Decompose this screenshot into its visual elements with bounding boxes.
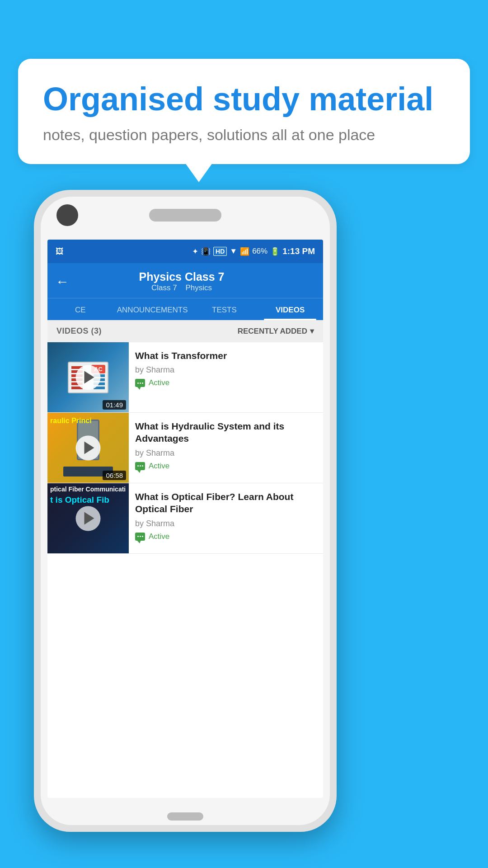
video-status-label-3: Active	[149, 532, 169, 541]
videos-header: VIDEOS (3) RECENTLY ADDED ▾	[47, 320, 323, 342]
play-triangle-icon-3	[84, 512, 94, 525]
hd-badge: HD	[213, 247, 227, 256]
speech-bubble-heading: Organised study material	[43, 81, 445, 117]
video-title-1: What is Transformer	[135, 349, 317, 362]
video-info-3: What is Optical Fiber? Learn About Optic…	[129, 483, 323, 553]
back-button[interactable]: ←	[56, 274, 69, 289]
speech-bubble-subtext: notes, question papers, solutions all at…	[43, 126, 445, 144]
phone-screen: 🖼 ✦ 📳 HD ▼ 📶 66% 🔋 1:13 PM ← Physics Cla	[47, 240, 323, 798]
video-title-2: What is Hydraulic System and its Advanta…	[135, 420, 317, 445]
signal-icon: 📶	[240, 247, 249, 256]
phone-home-button[interactable]	[167, 812, 203, 821]
video-thumb-2: raulic Princi 06:58	[47, 413, 129, 483]
video-title-3: What is Optical Fiber? Learn About Optic…	[135, 491, 317, 515]
video-status-label-2: Active	[149, 462, 169, 471]
video-author-2: by Sharma	[135, 448, 317, 458]
chat-icon-inner	[137, 382, 143, 384]
chat-dot	[140, 382, 141, 384]
video-item-optical[interactable]: ptical Fiber Communicati t is Optical Fi…	[47, 483, 323, 554]
tab-videos[interactable]: VIDEOS	[257, 298, 323, 320]
subtitle-class: Class 7	[151, 283, 177, 292]
battery-percent: 66%	[252, 247, 267, 256]
vibrate-icon: 📳	[201, 247, 211, 256]
chat-dot-3a	[137, 536, 139, 537]
video-duration-1: 01:49	[103, 400, 126, 410]
chat-icon-inner-3	[137, 536, 143, 537]
chat-dot-2c	[142, 465, 143, 467]
chat-dot	[137, 382, 139, 384]
phone-mockup: 🖼 ✦ 📳 HD ▼ 📶 66% 🔋 1:13 PM ← Physics Cla	[34, 190, 337, 832]
play-triangle-icon	[84, 371, 94, 384]
video-thumb-3: ptical Fiber Communicati t is Optical Fi…	[47, 483, 129, 553]
app-bar: ← Physics Class 7 Class 7 Physics	[47, 263, 323, 298]
phone-camera	[56, 204, 78, 226]
speech-bubble: Organised study material notes, question…	[18, 59, 470, 164]
video-duration-2: 06:58	[103, 471, 126, 480]
video-item-transformer[interactable]: AC 01:49 What is Transformer by Sharma	[47, 342, 323, 413]
video-status-label-1: Active	[149, 378, 169, 387]
play-button-1[interactable]	[76, 365, 101, 390]
wifi-icon: ▼	[230, 247, 237, 256]
tab-ce[interactable]: CE	[47, 298, 113, 320]
chat-icon-1	[135, 379, 145, 387]
thumb-optical-text-2: t is Optical Fib	[47, 495, 129, 505]
chevron-down-icon: ▾	[310, 326, 314, 336]
play-button-2[interactable]	[76, 435, 101, 460]
phone-inner: 🖼 ✦ 📳 HD ▼ 📶 66% 🔋 1:13 PM ← Physics Cla	[41, 197, 330, 825]
video-item-hydraulic[interactable]: raulic Princi 06:58 What is Hydraulic Sy…	[47, 413, 323, 483]
video-author-1: by Sharma	[135, 365, 317, 375]
video-status-1: Active	[135, 378, 317, 387]
chat-dot	[142, 382, 143, 384]
subtitle-subject: Physics	[186, 283, 212, 292]
chat-icon-3	[135, 533, 145, 541]
chat-dot-3b	[140, 536, 141, 537]
chat-dot-2b	[140, 465, 141, 467]
video-list: AC 01:49 What is Transformer by Sharma	[47, 342, 323, 790]
photo-icon: 🖼	[56, 247, 64, 256]
video-thumb-1: AC 01:49	[47, 342, 129, 412]
sort-label: RECENTLY ADDED	[238, 327, 307, 336]
play-button-3[interactable]	[76, 506, 101, 531]
video-status-3: Active	[135, 532, 317, 541]
tab-tests[interactable]: TESTS	[192, 298, 258, 320]
chat-icon-inner-2	[137, 465, 143, 467]
app-bar-title: Physics Class 7 Class 7 Physics	[76, 270, 287, 292]
app-title: Physics Class 7	[76, 270, 287, 283]
phone-speaker	[149, 209, 221, 222]
battery-icon: 🔋	[270, 247, 280, 256]
bluetooth-icon: ✦	[192, 247, 198, 256]
video-status-2: Active	[135, 462, 317, 471]
chat-icon-2	[135, 462, 145, 470]
status-time: 1:13 PM	[282, 246, 315, 256]
status-bar: 🖼 ✦ 📳 HD ▼ 📶 66% 🔋 1:13 PM	[47, 240, 323, 263]
tabs-bar: CE ANNOUNCEMENTS TESTS VIDEOS	[47, 298, 323, 320]
chat-dot-3c	[142, 536, 143, 537]
video-info-2: What is Hydraulic System and its Advanta…	[129, 413, 323, 483]
videos-count: VIDEOS (3)	[56, 326, 102, 336]
tab-announcements[interactable]: ANNOUNCEMENTS	[113, 298, 192, 320]
thumb-text-yellow: raulic Princi	[47, 416, 129, 425]
sort-button[interactable]: RECENTLY ADDED ▾	[238, 326, 314, 336]
chat-dot-2a	[137, 465, 139, 467]
play-triangle-icon-2	[84, 442, 94, 454]
status-left: 🖼	[56, 247, 66, 256]
thumb-optical-text-1: ptical Fiber Communicati	[47, 486, 129, 493]
status-right: ✦ 📳 HD ▼ 📶 66% 🔋 1:13 PM	[192, 246, 315, 256]
video-author-3: by Sharma	[135, 519, 317, 528]
video-info-1: What is Transformer by Sharma Active	[129, 342, 323, 412]
app-subtitle: Class 7 Physics	[76, 283, 287, 292]
